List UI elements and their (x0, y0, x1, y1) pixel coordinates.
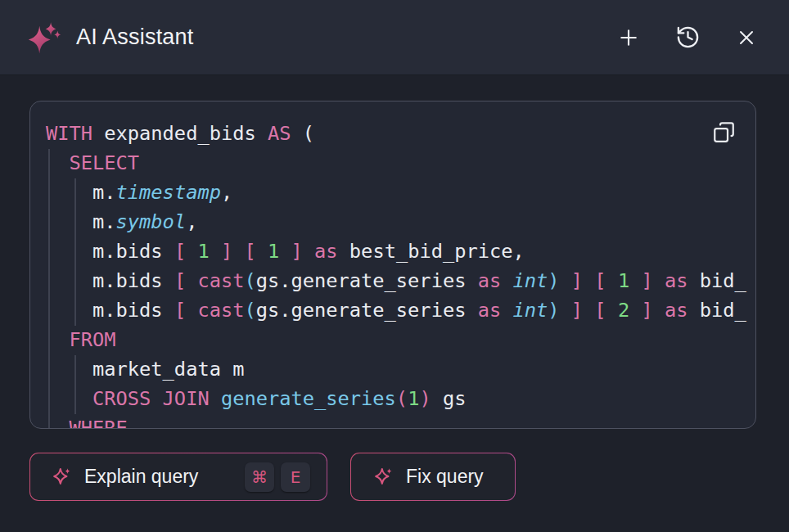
page-title: AI Assistant (76, 25, 193, 50)
code-line: SELECT (46, 148, 747, 178)
assistant-actions: Explain query ⌘ E Fix query (29, 453, 516, 501)
fix-query-label: Fix query (406, 466, 484, 488)
code-line: CROSS JOIN generate_series(1) gs (46, 384, 747, 413)
close-icon (735, 26, 758, 49)
indent-guide (74, 355, 76, 414)
code-line: WHERE (46, 413, 747, 428)
header-actions (611, 20, 764, 56)
indent-guide (74, 178, 76, 326)
code-line: market_data m (46, 354, 747, 384)
code-line: m.bids [ cast(gs.generate_series as int)… (46, 295, 747, 325)
sql-code: WITH expanded_bids AS ( SELECT m.timesta… (30, 101, 755, 428)
shortcut-chips: ⌘ E (245, 462, 310, 492)
code-line: WITH expanded_bids AS ( (46, 119, 747, 148)
close-button[interactable] (728, 20, 764, 56)
new-chat-button[interactable] (611, 20, 647, 56)
sparkles-icon (25, 19, 62, 56)
sql-code-block: WITH expanded_bids AS ( SELECT m.timesta… (29, 101, 756, 429)
history-button[interactable] (670, 20, 706, 56)
header-title-group: AI Assistant (25, 19, 193, 56)
explain-query-button[interactable]: Explain query ⌘ E (29, 453, 327, 501)
code-line: m.bids [ cast(gs.generate_series as int)… (46, 266, 747, 295)
code-line: m.timestamp, (46, 178, 747, 207)
copy-icon (713, 121, 735, 143)
explain-query-label: Explain query (84, 466, 198, 488)
fix-query-button[interactable]: Fix query (350, 453, 516, 501)
shortcut-key-e: E (281, 462, 310, 492)
copy-code-button[interactable] (709, 117, 738, 147)
code-scroll-area[interactable]: WITH expanded_bids AS ( SELECT m.timesta… (30, 101, 755, 428)
code-line: m.bids [ 1 ] [ 1 ] as best_bid_price, (46, 237, 747, 266)
history-icon (675, 25, 701, 50)
code-line: m.symbol, (46, 207, 747, 237)
sparkles-icon (372, 466, 394, 488)
assistant-header: AI Assistant (0, 0, 789, 75)
sparkles-icon (51, 466, 73, 488)
code-line: FROM (46, 325, 747, 354)
plus-icon (616, 25, 641, 50)
shortcut-key-cmd: ⌘ (245, 462, 274, 492)
indent-guide (48, 149, 50, 428)
